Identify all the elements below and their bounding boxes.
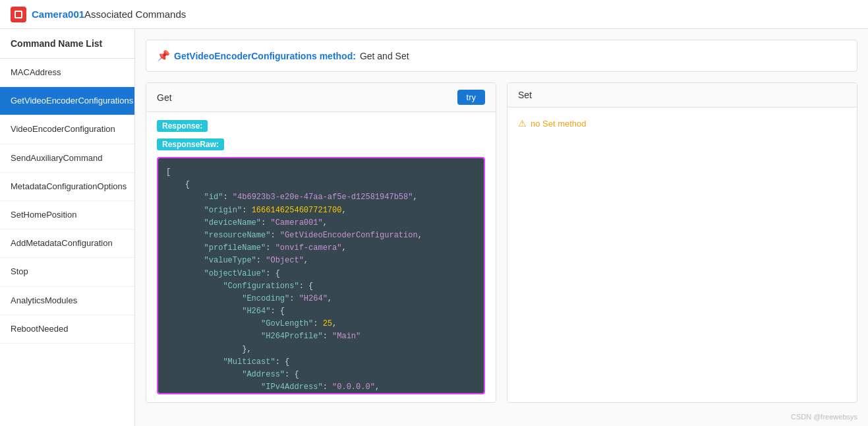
try-button[interactable]: try bbox=[457, 90, 485, 105]
get-panel: Get try Response: ResponseRaw: [ { "id":… bbox=[146, 82, 496, 403]
code-block[interactable]: [ { "id": "4b6923b3-e20e-47aa-af5e-d1258… bbox=[157, 157, 485, 394]
sidebar-item-sethomeposition[interactable]: SetHomePosition bbox=[0, 201, 134, 229]
sidebar-header: Command Name List bbox=[0, 29, 134, 59]
sidebar-item-analyticsmodules[interactable]: AnalyticsModules bbox=[0, 287, 134, 315]
set-panel-header: Set bbox=[507, 83, 857, 107]
sidebar: Command Name List MACAddress GetVideoEnc… bbox=[0, 29, 135, 426]
set-label: Set bbox=[518, 90, 532, 100]
page-title: Associated Commands bbox=[84, 9, 186, 20]
no-set-label: no Set method bbox=[531, 119, 587, 129]
sidebar-item-getvideoencoderconfigurations[interactable]: GetVideoEncoderConfigurations bbox=[0, 87, 134, 115]
sidebar-item-addmetadataconfiguration[interactable]: AddMetadataConfiguration bbox=[0, 229, 134, 258]
logo-icon bbox=[14, 11, 22, 18]
sidebar-item-sendauxiliarycommand[interactable]: SendAuxiliaryCommand bbox=[0, 144, 134, 173]
set-panel-body: ⚠ no Set method bbox=[507, 107, 857, 139]
panel-row: Get try Response: ResponseRaw: [ { "id":… bbox=[146, 82, 857, 403]
pin-icon: 📌 bbox=[157, 49, 170, 62]
warning-icon: ⚠ bbox=[518, 118, 527, 129]
app-logo bbox=[11, 7, 26, 22]
sidebar-item-macaddress[interactable]: MACAddress bbox=[0, 59, 134, 87]
get-panel-header: Get try bbox=[146, 83, 496, 112]
app-header: Camera001 Associated Commands bbox=[0, 0, 868, 29]
no-set-method-text: ⚠ no Set method bbox=[518, 118, 846, 129]
code-content: [ { "id": "4b6923b3-e20e-47aa-af5e-d1258… bbox=[166, 167, 422, 394]
method-header-bar: 📌 GetVideoEncoderConfigurations method: … bbox=[146, 40, 857, 72]
method-description: Get and Set bbox=[360, 51, 409, 61]
set-panel: Set ⚠ no Set method bbox=[507, 82, 857, 403]
response-section: Response: ResponseRaw: [ { "id": "4b6923… bbox=[146, 112, 496, 402]
main-layout: Command Name List MACAddress GetVideoEnc… bbox=[0, 29, 868, 426]
response-badge: Response: bbox=[157, 120, 208, 132]
sidebar-item-videoencoderconfiguration[interactable]: VideoEncoderConfiguration bbox=[0, 115, 134, 144]
response-raw-badge: ResponseRaw: bbox=[157, 138, 224, 150]
get-label: Get bbox=[157, 92, 172, 103]
method-name: GetVideoEncoderConfigurations method: bbox=[174, 51, 356, 61]
sidebar-item-metadataconfigurationoptions[interactable]: MetadataConfigurationOptions bbox=[0, 173, 134, 201]
sidebar-item-stop[interactable]: Stop bbox=[0, 258, 134, 286]
sidebar-item-rebootneeded[interactable]: RebootNeeded bbox=[0, 315, 134, 344]
watermark: CSDN @freewebsys bbox=[791, 413, 857, 421]
camera-name: Camera001 bbox=[32, 9, 84, 20]
content-area: 📌 GetVideoEncoderConfigurations method: … bbox=[135, 29, 868, 426]
